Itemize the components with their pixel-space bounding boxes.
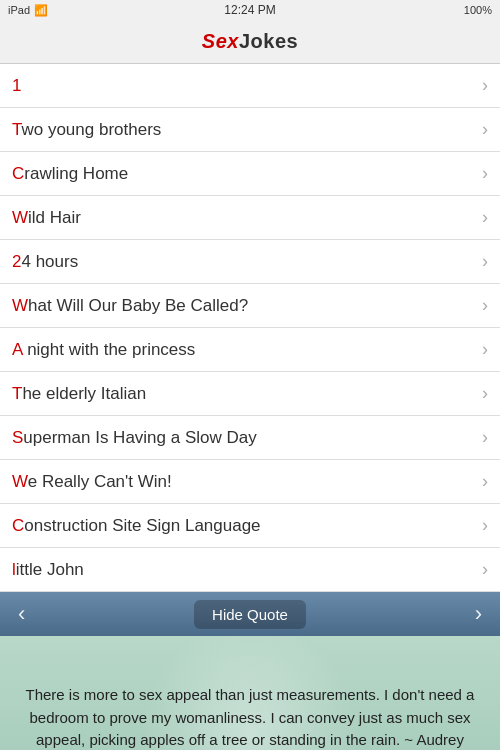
- list-item[interactable]: The elderly Italian›: [0, 372, 500, 416]
- chevron-icon: ›: [482, 471, 488, 492]
- chevron-icon: ›: [482, 163, 488, 184]
- next-button[interactable]: ›: [467, 597, 490, 631]
- list-item[interactable]: 1›: [0, 64, 500, 108]
- chevron-icon: ›: [482, 559, 488, 580]
- list-item[interactable]: 24 hours›: [0, 240, 500, 284]
- list-item[interactable]: A night with the princess›: [0, 328, 500, 372]
- status-bar: iPad 📶 12:24 PM 100%: [0, 0, 500, 20]
- app-title: SexJokes: [202, 30, 298, 53]
- list-item[interactable]: little John›: [0, 548, 500, 592]
- list-item[interactable]: Two young brothers›: [0, 108, 500, 152]
- title-sex: Sex: [202, 30, 239, 52]
- chevron-icon: ›: [482, 339, 488, 360]
- chevron-icon: ›: [482, 515, 488, 536]
- chevron-icon: ›: [482, 427, 488, 448]
- hide-quote-button[interactable]: Hide Quote: [194, 600, 306, 629]
- title-jokes: Jokes: [239, 30, 298, 52]
- wifi-icon: 📶: [34, 4, 48, 17]
- toolbar: ‹ Hide Quote ›: [0, 592, 500, 636]
- list-item[interactable]: Construction Site Sign Language›: [0, 504, 500, 548]
- chevron-icon: ›: [482, 251, 488, 272]
- chevron-icon: ›: [482, 295, 488, 316]
- quote-text: There is more to sex appeal than just me…: [24, 684, 476, 750]
- list-item[interactable]: We Really Can't Win!›: [0, 460, 500, 504]
- joke-list: 1›Two young brothers›Crawling Home›Wild …: [0, 64, 500, 592]
- quote-area: There is more to sex appeal than just me…: [0, 636, 500, 750]
- list-item[interactable]: What Will Our Baby Be Called?›: [0, 284, 500, 328]
- app-header: SexJokes: [0, 20, 500, 64]
- status-left: iPad 📶: [8, 4, 48, 17]
- prev-button[interactable]: ‹: [10, 597, 33, 631]
- device-label: iPad: [8, 4, 30, 16]
- chevron-icon: ›: [482, 75, 488, 96]
- list-item[interactable]: Crawling Home›: [0, 152, 500, 196]
- battery-label: 100%: [464, 4, 492, 16]
- chevron-icon: ›: [482, 207, 488, 228]
- list-item[interactable]: Wild Hair›: [0, 196, 500, 240]
- chevron-icon: ›: [482, 383, 488, 404]
- list-item[interactable]: Superman Is Having a Slow Day›: [0, 416, 500, 460]
- chevron-icon: ›: [482, 119, 488, 140]
- status-time: 12:24 PM: [224, 3, 275, 17]
